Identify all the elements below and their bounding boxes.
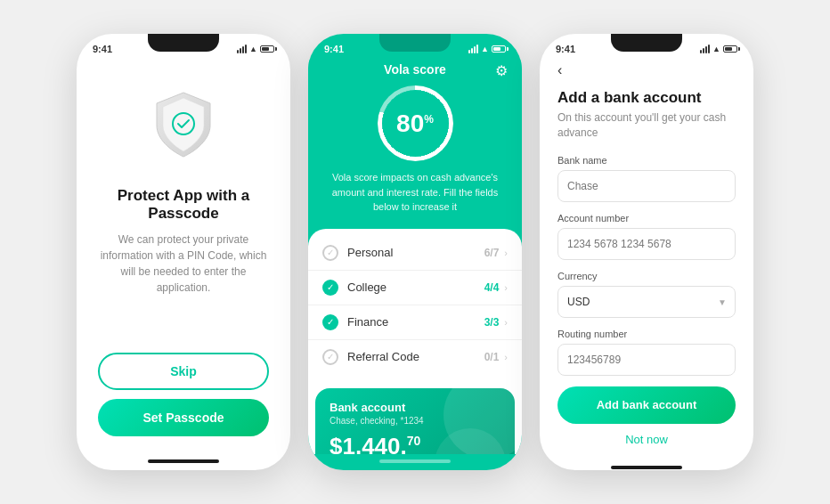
bank-card-amount: $1,440.70: [330, 433, 500, 455]
phone-add-bank: 9:41 ▲ ‹ Add a bank account On this acco…: [540, 34, 753, 470]
home-indicator-3: [611, 466, 682, 469]
add-bank-button[interactable]: Add bank account: [557, 386, 736, 424]
home-indicator-2: [379, 459, 451, 463]
status-icons-2: ▲: [468, 45, 506, 53]
phone-notch-2: [379, 34, 451, 52]
signal-bars-2: [468, 45, 478, 53]
score-item-finance[interactable]: ✓ Finance 3/3 ›: [308, 305, 522, 340]
chevron-personal: ›: [504, 248, 508, 258]
add-bank-title: Add a bank account: [557, 89, 736, 107]
label-currency: Currency: [557, 271, 736, 281]
phone2-body: ✓ Personal 6/7 › ✓ College 4/4 › ✓ Finan…: [308, 229, 522, 455]
battery-icon-2: [492, 45, 506, 53]
phone-passcode: 9:41 ▲: [77, 34, 290, 470]
vola-score-label: Vola score: [384, 62, 446, 77]
label-bank-name: Bank name: [557, 155, 736, 166]
chevron-finance: ›: [504, 317, 508, 328]
item-name-college: College: [347, 280, 484, 294]
status-time-3: 9:41: [556, 44, 575, 54]
check-finance: ✓: [322, 314, 338, 330]
currency-select[interactable]: USD EUR GBP: [557, 286, 736, 318]
passcode-title: Protect App with a Passcode: [98, 187, 269, 223]
status-icons-3: ▲: [700, 45, 737, 53]
chevron-referral: ›: [504, 352, 508, 362]
shield-icon: [143, 85, 224, 166]
status-time-2: 9:41: [324, 44, 344, 54]
currency-select-wrap: USD EUR GBP ▼: [557, 286, 736, 318]
signal-bars-1: [237, 45, 247, 53]
wifi-icon-2: ▲: [481, 45, 489, 53]
item-name-referral: Referral Code: [347, 350, 484, 363]
chevron-college: ›: [504, 282, 508, 293]
add-bank-desc: On this account you'll get your cash adv…: [557, 110, 736, 141]
gear-icon[interactable]: ⚙: [495, 62, 508, 79]
bank-card-subtitle: Chase, checking, *1234: [330, 416, 500, 426]
check-college: ✓: [322, 280, 338, 296]
status-icons-1: ▲: [237, 45, 274, 53]
phone1-content: Protect App with a Passcode We can prote…: [77, 59, 290, 454]
bank-card-title: Bank account: [330, 401, 500, 414]
score-item-referral[interactable]: ✓ Referral Code 0/1 ›: [308, 340, 522, 374]
skip-button[interactable]: Skip: [98, 353, 269, 390]
item-count-finance: 3/3: [484, 316, 500, 329]
vola-desc: Vola score impacts on cash advance's amo…: [326, 170, 504, 215]
check-personal: ✓: [322, 245, 338, 261]
check-referral: ✓: [322, 349, 338, 365]
item-count-personal: 6/7: [484, 247, 500, 259]
item-name-personal: Personal: [347, 246, 484, 259]
signal-bars-3: [700, 45, 710, 53]
label-account-number: Account number: [557, 213, 736, 224]
phone-notch-3: [611, 34, 682, 52]
phone3-content: ‹ Add a bank account On this account you…: [540, 59, 753, 460]
set-passcode-button[interactable]: Set Passcode: [98, 399, 269, 436]
item-count-referral: 0/1: [484, 351, 500, 363]
score-item-college[interactable]: ✓ College 4/4 ›: [308, 271, 522, 305]
status-time-1: 9:41: [93, 44, 112, 54]
item-name-finance: Finance: [347, 315, 484, 329]
account-number-input[interactable]: [557, 228, 736, 260]
home-indicator-1: [148, 459, 219, 463]
wifi-icon-3: ▲: [712, 45, 720, 53]
passcode-desc: We can protect your private information …: [98, 232, 269, 296]
score-item-personal[interactable]: ✓ Personal 6/7 ›: [308, 236, 522, 271]
bank-name-input[interactable]: [557, 170, 736, 202]
item-count-college: 4/4: [484, 281, 500, 294]
phone-notch: [148, 34, 219, 52]
score-items: ✓ Personal 6/7 › ✓ College 4/4 › ✓ Finan…: [308, 229, 522, 381]
battery-icon-3: [723, 45, 737, 53]
label-routing-number: Routing number: [557, 329, 736, 339]
wifi-icon-1: ▲: [249, 45, 257, 53]
shield-icon-wrap: [143, 85, 224, 169]
phone-vola-score: 9:41 ▲ ⚙ Vola score 80% Vola score impac…: [308, 34, 522, 470]
score-circle: 80%: [378, 85, 453, 161]
score-number: 80%: [396, 110, 434, 138]
bank-card: Bank account Chase, checking, *1234 $1,4…: [315, 388, 515, 455]
battery-icon-1: [260, 45, 274, 53]
routing-number-input[interactable]: [557, 344, 736, 376]
vola-header: ⚙ Vola score 80% Vola score impacts on c…: [308, 59, 522, 229]
back-button[interactable]: ‹: [557, 62, 736, 78]
phones-container: 9:41 ▲: [59, 16, 771, 488]
not-now-button[interactable]: Not now: [557, 433, 736, 446]
